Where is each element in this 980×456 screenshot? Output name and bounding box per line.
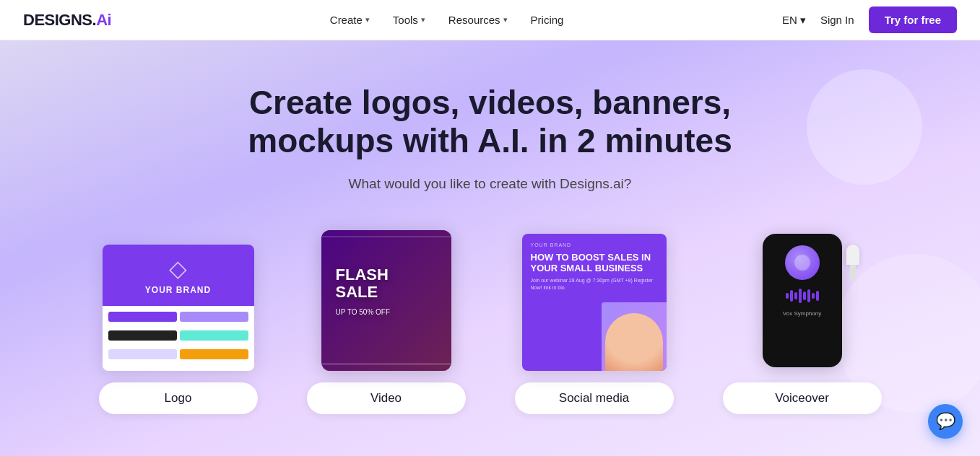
logo-card: ◇ YOUR BRAND Logo: [84, 227, 272, 414]
wave-bar: [790, 290, 793, 302]
airpod-illustration: [838, 245, 867, 288]
airpod-body: [846, 245, 859, 265]
speaker-circle: [785, 245, 820, 280]
video-button[interactable]: Video: [307, 382, 466, 414]
logo[interactable]: DESIGNS.Ai: [23, 11, 111, 30]
social-media-button[interactable]: Social media: [515, 382, 674, 414]
speaker-inner: [794, 255, 810, 271]
color-swatch: [108, 349, 177, 359]
tablet-bar: [321, 236, 451, 237]
chat-button[interactable]: 💬: [928, 404, 963, 439]
chevron-down-icon: ▾: [421, 15, 425, 25]
decorative-circle-1: [807, 69, 922, 185]
wave-bar: [794, 292, 797, 299]
color-swatch: [180, 349, 248, 359]
hero-subheading: What would you like to create with Desig…: [349, 176, 632, 192]
color-swatch: [108, 312, 177, 322]
video-preview-image: FLASHSALEUP TO 50% OFF: [292, 227, 480, 371]
chat-icon: 💬: [936, 412, 955, 431]
nav-pricing[interactable]: Pricing: [531, 14, 564, 26]
color-palette: [103, 306, 254, 371]
phone-illustration: Vox Symphony: [763, 234, 842, 367]
nav-tools[interactable]: Tools ▾: [393, 14, 425, 26]
voiceover-preview-image: Vox Symphony: [708, 227, 896, 371]
chevron-down-icon: ▾: [503, 15, 508, 25]
nav-right: EN ▾ Sign In Try for free: [782, 6, 957, 33]
try-free-button[interactable]: Try for free: [869, 6, 957, 33]
navbar: DESIGNS.Ai Create ▾ Tools ▾ Resources ▾ …: [0, 0, 980, 40]
logo-preview-top: ◇ YOUR BRAND: [103, 245, 254, 306]
video-card: FLASHSALEUP TO 50% OFF Video: [292, 227, 480, 414]
video-mockup: FLASHSALEUP TO 50% OFF: [321, 230, 451, 371]
hero-heading: Create logos, videos, banners, mockups w…: [209, 84, 772, 160]
social-media-card: YOUR BRAND HOW TO BOOST SALES IN YOUR SM…: [500, 227, 688, 414]
tablet-bar: [321, 363, 451, 365]
speaker-photo: [602, 302, 667, 371]
voiceover-mockup: Vox Symphony: [730, 230, 875, 371]
wave-bar: [812, 293, 815, 299]
nav-resources[interactable]: Resources ▾: [448, 14, 508, 26]
airpod-stem: [850, 265, 856, 281]
signin-button[interactable]: Sign In: [820, 14, 854, 26]
wave-bar: [816, 291, 819, 301]
wave-bar: [786, 293, 789, 299]
hero-section: Create logos, videos, banners, mockups w…: [0, 40, 980, 456]
waveform: [786, 287, 819, 304]
wave-bar: [807, 289, 810, 302]
product-cards: ◇ YOUR BRAND Logo: [57, 227, 924, 414]
logo-mockup: ◇ YOUR BRAND: [103, 245, 254, 371]
logo-text: DESIGNS.Ai: [23, 11, 111, 30]
social-mockup: YOUR BRAND HOW TO BOOST SALES IN YOUR SM…: [522, 234, 667, 371]
face-illustration: [605, 313, 663, 371]
logo-preview-image: ◇ YOUR BRAND: [84, 227, 272, 371]
color-swatch: [108, 330, 177, 341]
wave-bar: [803, 291, 806, 300]
chevron-down-icon: ▾: [365, 15, 370, 25]
social-preview-image: YOUR BRAND HOW TO BOOST SALES IN YOUR SM…: [500, 227, 688, 371]
flash-sale-text: FLASHSALEUP TO 50% OFF: [336, 266, 391, 319]
chevron-down-icon: ▾: [800, 14, 806, 27]
logo-diamond-icon: ◇: [169, 255, 187, 282]
color-swatch: [180, 330, 248, 341]
color-swatch: [180, 312, 248, 322]
language-selector[interactable]: EN ▾: [782, 14, 806, 27]
logo-button[interactable]: Logo: [99, 382, 258, 414]
wave-bar: [799, 289, 802, 303]
nav-create[interactable]: Create ▾: [330, 14, 370, 26]
nav-links: Create ▾ Tools ▾ Resources ▾ Pricing: [330, 14, 564, 26]
